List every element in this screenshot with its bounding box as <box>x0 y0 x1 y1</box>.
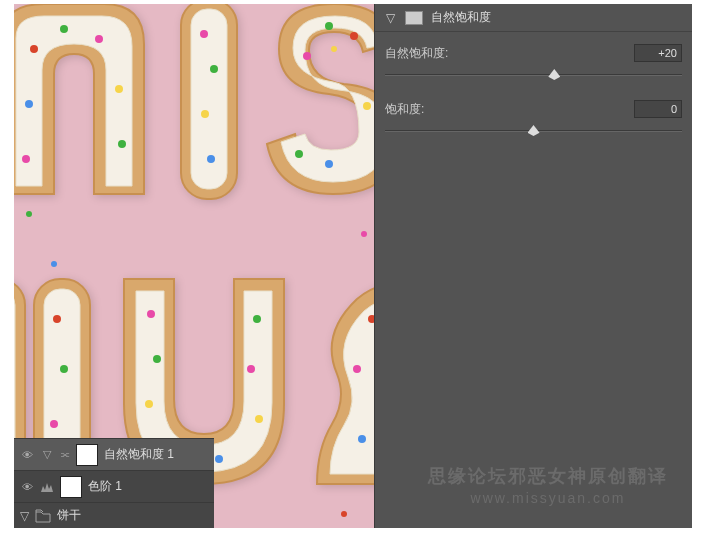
svg-point-50 <box>358 435 366 443</box>
svg-point-8 <box>30 45 38 53</box>
saturation-slider-group: 饱和度: 0 <box>385 100 682 138</box>
slider-thumb[interactable] <box>548 69 560 80</box>
layers-panel: 👁 ▽ ⫘ 自然饱和度 1 👁 色阶 1 ▽ 饼干 <box>14 438 214 528</box>
svg-point-43 <box>247 365 255 373</box>
layer-row-vibrance[interactable]: 👁 ▽ ⫘ 自然饱和度 1 <box>14 438 214 470</box>
levels-icon <box>40 480 54 494</box>
layer-mask-thumb[interactable] <box>60 476 82 498</box>
svg-point-29 <box>295 150 303 158</box>
svg-point-3 <box>26 211 32 217</box>
svg-point-22 <box>201 110 209 118</box>
svg-point-38 <box>153 355 161 363</box>
properties-title: 自然饱和度 <box>431 9 491 26</box>
svg-point-27 <box>363 102 371 110</box>
vibrance-slider-group: 自然饱和度: +20 <box>385 44 682 82</box>
layer-row-levels[interactable]: 👁 色阶 1 <box>14 470 214 502</box>
canvas-area[interactable]: 👁 ▽ ⫘ 自然饱和度 1 👁 色阶 1 ▽ 饼干 <box>14 4 374 528</box>
svg-point-42 <box>253 315 261 323</box>
svg-point-44 <box>255 415 263 423</box>
disclosure-icon[interactable]: ▽ <box>40 448 54 462</box>
svg-point-10 <box>95 35 103 43</box>
svg-point-28 <box>325 160 333 168</box>
svg-point-5 <box>51 261 57 267</box>
vibrance-label: 自然饱和度: <box>385 45 448 62</box>
disclosure-icon[interactable]: ▽ <box>20 509 29 523</box>
svg-point-12 <box>25 100 33 108</box>
watermark-text-2: www.missyuan.com <box>428 490 668 506</box>
slider-thumb[interactable] <box>528 125 540 136</box>
properties-panel: ▽ 自然饱和度 自然饱和度: +20 饱和度: 0 <box>374 4 692 528</box>
folder-icon <box>35 509 51 523</box>
svg-point-13 <box>118 140 126 148</box>
visibility-icon[interactable]: 👁 <box>20 480 34 494</box>
svg-point-37 <box>147 310 155 318</box>
svg-point-9 <box>60 25 68 33</box>
adjustment-type-icon <box>405 11 423 25</box>
layer-name-label: 自然饱和度 1 <box>104 446 174 463</box>
layer-group-row[interactable]: ▽ 饼干 <box>14 502 214 528</box>
vibrance-slider[interactable] <box>385 68 682 82</box>
layer-mask-thumb[interactable] <box>76 444 98 466</box>
app-frame: 👁 ▽ ⫘ 自然饱和度 1 👁 色阶 1 ▽ 饼干 ▽ 自然 <box>14 4 692 528</box>
svg-point-11 <box>115 85 123 93</box>
saturation-slider[interactable] <box>385 124 682 138</box>
svg-point-20 <box>200 30 208 38</box>
svg-point-36 <box>50 420 58 428</box>
visibility-icon[interactable]: 👁 <box>20 448 34 462</box>
properties-body: 自然饱和度: +20 饱和度: 0 <box>375 32 692 168</box>
svg-point-24 <box>325 22 333 30</box>
svg-point-4 <box>361 231 367 237</box>
link-icon: ⫘ <box>60 449 70 460</box>
svg-point-35 <box>60 365 68 373</box>
saturation-label: 饱和度: <box>385 101 424 118</box>
disclosure-icon[interactable]: ▽ <box>383 11 397 25</box>
svg-point-23 <box>207 155 215 163</box>
svg-point-14 <box>22 155 30 163</box>
svg-point-21 <box>210 65 218 73</box>
svg-point-41 <box>215 455 223 463</box>
properties-header: ▽ 自然饱和度 <box>375 4 692 32</box>
svg-point-39 <box>145 400 153 408</box>
watermark-text-1: 思缘论坛邪恶女神原创翻译 <box>428 464 668 488</box>
svg-point-48 <box>353 365 361 373</box>
group-name-label: 饼干 <box>57 507 81 524</box>
watermark: 思缘论坛邪恶女神原创翻译 www.missyuan.com <box>428 464 668 506</box>
layer-name-label: 色阶 1 <box>88 478 122 495</box>
vibrance-value-input[interactable]: +20 <box>634 44 682 62</box>
svg-point-26 <box>303 52 311 60</box>
svg-point-6 <box>341 511 347 517</box>
svg-point-34 <box>53 315 61 323</box>
saturation-value-input[interactable]: 0 <box>634 100 682 118</box>
svg-point-25 <box>350 32 358 40</box>
